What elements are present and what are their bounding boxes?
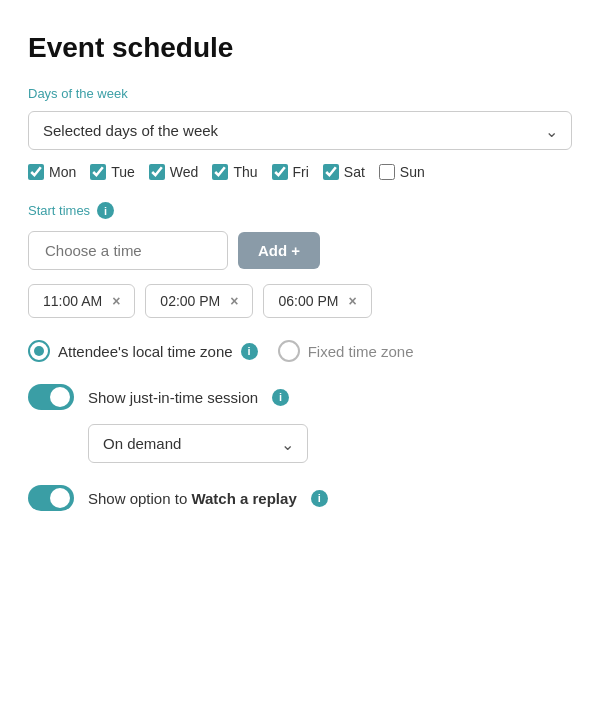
day-thu-checkbox[interactable] <box>212 164 228 180</box>
day-tue[interactable]: Tue <box>90 164 135 180</box>
day-sun-label: Sun <box>400 164 425 180</box>
replay-toggle-slider <box>28 485 74 511</box>
time-tag-2-remove-button[interactable]: × <box>348 294 356 308</box>
jit-toggle-slider <box>28 384 74 410</box>
day-sat-label: Sat <box>344 164 365 180</box>
start-times-header: Start times i <box>28 202 572 219</box>
day-fri-label: Fri <box>293 164 309 180</box>
timezone-fixed-option[interactable]: Fixed time zone <box>278 340 414 362</box>
start-times-info-icon: i <box>97 202 114 219</box>
replay-info-icon: i <box>311 490 328 507</box>
time-tag-1-value: 02:00 PM <box>160 293 220 309</box>
day-sun[interactable]: Sun <box>379 164 425 180</box>
timezone-local-option[interactable]: Attendee's local time zone i <box>28 340 258 362</box>
days-dropdown[interactable]: Selected days of the week Every day Week… <box>28 111 572 150</box>
time-tag-1: 02:00 PM × <box>145 284 253 318</box>
start-times-section: Start times i Add + 11:00 AM × 02:00 PM … <box>28 202 572 318</box>
timezone-local-label: Attendee's local time zone <box>58 343 233 360</box>
jit-label: Show just-in-time session <box>88 389 258 406</box>
time-tag-1-remove-button[interactable]: × <box>230 294 238 308</box>
timezone-section: Attendee's local time zone i Fixed time … <box>28 340 572 362</box>
day-wed-label: Wed <box>170 164 199 180</box>
replay-toggle[interactable] <box>28 485 74 511</box>
time-tag-2-value: 06:00 PM <box>278 293 338 309</box>
timezone-fixed-label: Fixed time zone <box>308 343 414 360</box>
jit-info-icon: i <box>272 389 289 406</box>
jit-toggle[interactable] <box>28 384 74 410</box>
on-demand-wrapper: On demand 30 minutes before 1 hour befor… <box>88 424 572 463</box>
time-tags-row: 11:00 AM × 02:00 PM × 06:00 PM × <box>28 284 572 318</box>
time-tag-2: 06:00 PM × <box>263 284 371 318</box>
add-time-button[interactable]: Add + <box>238 232 320 269</box>
day-tue-label: Tue <box>111 164 135 180</box>
time-tag-0: 11:00 AM × <box>28 284 135 318</box>
start-times-label: Start times <box>28 203 90 218</box>
day-fri[interactable]: Fri <box>272 164 309 180</box>
day-sat-checkbox[interactable] <box>323 164 339 180</box>
page-title: Event schedule <box>28 32 572 64</box>
replay-toggle-row: Show option to Watch a replay i <box>28 485 572 511</box>
days-section-label: Days of the week <box>28 86 572 101</box>
days-section: Days of the week Selected days of the we… <box>28 86 572 180</box>
timezone-fixed-radio[interactable] <box>278 340 300 362</box>
days-dropdown-wrapper: Selected days of the week Every day Week… <box>28 111 572 150</box>
time-tag-0-value: 11:00 AM <box>43 293 102 309</box>
replay-label-bold: Watch a replay <box>191 490 296 507</box>
on-demand-select[interactable]: On demand 30 minutes before 1 hour befor… <box>88 424 308 463</box>
day-tue-checkbox[interactable] <box>90 164 106 180</box>
day-fri-checkbox[interactable] <box>272 164 288 180</box>
timezone-local-info-icon: i <box>241 343 258 360</box>
day-sun-checkbox[interactable] <box>379 164 395 180</box>
time-tag-0-remove-button[interactable]: × <box>112 294 120 308</box>
replay-label: Show option to Watch a replay <box>88 490 297 507</box>
replay-label-prefix: Show option to <box>88 490 191 507</box>
day-thu[interactable]: Thu <box>212 164 257 180</box>
day-sat[interactable]: Sat <box>323 164 365 180</box>
day-thu-label: Thu <box>233 164 257 180</box>
day-mon-checkbox[interactable] <box>28 164 44 180</box>
days-row: Mon Tue Wed Thu Fri Sat Sun <box>28 164 572 180</box>
jit-toggle-row: Show just-in-time session i <box>28 384 572 410</box>
on-demand-select-wrapper: On demand 30 minutes before 1 hour befor… <box>88 424 308 463</box>
day-wed[interactable]: Wed <box>149 164 199 180</box>
day-mon[interactable]: Mon <box>28 164 76 180</box>
time-input[interactable] <box>28 231 228 270</box>
day-wed-checkbox[interactable] <box>149 164 165 180</box>
timezone-local-radio[interactable] <box>28 340 50 362</box>
time-input-row: Add + <box>28 231 572 270</box>
day-mon-label: Mon <box>49 164 76 180</box>
